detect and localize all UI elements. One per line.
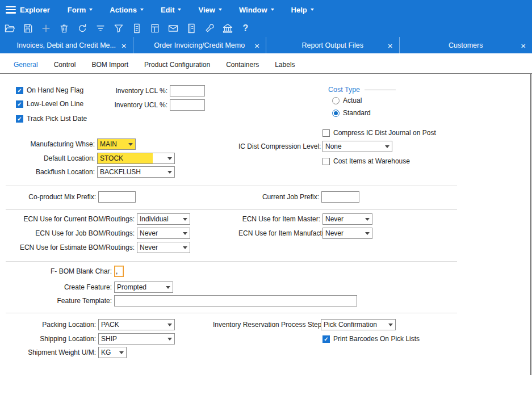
tab-customers[interactable]: Customers (400, 37, 532, 53)
onhand-neg-flag-checkbox[interactable] (16, 87, 23, 94)
packing-location-value: PACK (99, 321, 165, 329)
filter-in-place-icon[interactable] (111, 21, 125, 36)
manufacturing-whse-value: MAIN (98, 140, 126, 148)
print-barcodes-checkbox[interactable] (322, 335, 330, 343)
create-feature-label: Create Feature: (6, 283, 112, 291)
filter-icon[interactable] (93, 21, 107, 36)
ecn-current-bom-dropdown[interactable]: Individual (137, 213, 190, 225)
packing-location-dropdown[interactable]: PACK (98, 319, 175, 330)
subtab-bar: General Control BOM Import Product Confi… (0, 53, 532, 74)
ic-dist-compression-value: None (323, 142, 383, 150)
close-icon[interactable] (521, 41, 526, 49)
ecn-item-master-label: ECN Use for Item Master: (238, 215, 320, 223)
tools-icon[interactable] (202, 21, 216, 36)
manufacturing-whse-label: Manufacturing Whse: (6, 140, 95, 148)
toolbar (0, 19, 532, 37)
explorer-title: Explorer (20, 6, 50, 14)
notebook-icon[interactable] (184, 21, 198, 36)
low-level-on-line-row: Low-Level On Line (16, 98, 83, 110)
save-icon[interactable] (20, 21, 35, 36)
menu-form[interactable]: Form (59, 0, 102, 19)
form-view-icon[interactable] (148, 21, 162, 36)
low-level-on-line-label: Low-Level On Line (27, 100, 83, 108)
dropdown-arrow-icon (363, 214, 372, 224)
feature-template-input[interactable] (114, 295, 357, 306)
inventory-lcl-row: Inventory LCL %: (102, 85, 205, 96)
close-icon[interactable] (254, 41, 259, 49)
cost-type-actual-label: Actual (343, 96, 362, 104)
shipment-weight-um-dropdown[interactable]: KG (98, 347, 127, 358)
current-job-prefix-label: Current Job Prefix: (255, 193, 319, 201)
manufacturing-whse-row: Manufacturing Whse: MAIN (6, 138, 136, 150)
cost-type-standard-row: Standard (332, 107, 371, 119)
inventory-ucl-input[interactable] (170, 99, 205, 111)
backflush-location-dropdown[interactable]: BACKFLUSH (97, 166, 175, 178)
tab-label: Order Invoicing/Credit Memo (154, 41, 245, 49)
subtab-control[interactable]: Control (46, 56, 84, 73)
pane-splitter[interactable] (530, 74, 531, 375)
close-icon[interactable] (388, 41, 393, 49)
compress-ic-dist-label: Compress IC Dist Journal on Post (333, 129, 436, 137)
ecn-estimate-bom-dropdown[interactable]: Never (137, 242, 190, 253)
ecn-job-bom-dropdown[interactable]: Never (137, 228, 190, 239)
menu-help[interactable]: Help (283, 0, 322, 19)
create-feature-value: Prompted (115, 283, 164, 291)
delete-icon[interactable] (57, 21, 71, 36)
ecn-item-manufacturer-row: ECN Use for Item Manufacturer: Never (238, 228, 372, 239)
menu-help-label: Help (291, 6, 307, 14)
menu-bar: Explorer Form Actions Edit View Window H… (0, 0, 532, 19)
cost-type-standard-radio[interactable] (332, 110, 340, 117)
create-feature-dropdown[interactable]: Prompted (114, 282, 173, 293)
help-icon[interactable] (238, 21, 253, 36)
inventory-lcl-input[interactable] (170, 85, 205, 96)
tab-invoices-debit-credit[interactable]: Invoices, Debit and Credit Me... (0, 37, 133, 53)
default-location-dropdown[interactable]: STOCK (97, 153, 175, 164)
packing-location-row: Packing Location: PACK (6, 319, 175, 330)
cost-items-warehouse-checkbox[interactable] (322, 158, 330, 165)
subtab-containers[interactable]: Containers (218, 56, 267, 73)
dropdown-arrow-icon (165, 153, 174, 163)
fbom-blank-char-input[interactable] (114, 266, 124, 277)
hamburger-menu-icon[interactable] (6, 6, 16, 14)
low-level-on-line-checkbox[interactable] (16, 100, 23, 108)
print-barcodes-label: Print Barcodes On Pick Lists (333, 335, 420, 343)
menu-actions[interactable]: Actions (101, 0, 152, 19)
compress-ic-dist-checkbox[interactable] (322, 129, 330, 137)
chevron-down-icon (219, 9, 222, 11)
shipping-location-dropdown[interactable]: SHIP (98, 333, 175, 345)
current-job-prefix-input[interactable] (321, 191, 359, 203)
coproduct-mix-prefix-input[interactable] (98, 191, 136, 203)
manufacturing-whse-dropdown[interactable]: MAIN (97, 138, 136, 150)
subtab-product-configuration[interactable]: Product Configuration (136, 56, 218, 73)
menu-view[interactable]: View (190, 0, 230, 19)
tab-order-invoicing[interactable]: Order Invoicing/Credit Memo (133, 37, 267, 53)
cost-type-actual-radio[interactable] (332, 97, 340, 104)
refresh-icon[interactable] (75, 21, 89, 36)
backflush-location-row: Backflush Location: BACKFLUSH (6, 166, 175, 178)
shipment-weight-um-value: KG (99, 348, 117, 356)
ecn-item-master-row: ECN Use for Item Master: Never (238, 213, 372, 225)
subtab-labels[interactable]: Labels (267, 56, 303, 73)
subtab-general[interactable]: General (6, 56, 46, 73)
dropdown-arrow-icon (383, 141, 392, 152)
ic-dist-compression-dropdown[interactable]: None (322, 141, 392, 152)
menu-window[interactable]: Window (231, 0, 283, 19)
tab-report-output-files[interactable]: Report Output Files (266, 37, 400, 53)
inventory-reservation-step-dropdown[interactable]: Pick Confirmation (321, 319, 396, 330)
bank-icon[interactable] (220, 21, 234, 36)
notes-icon[interactable] (129, 21, 144, 36)
dropdown-arrow-icon (165, 167, 174, 177)
packing-location-label: Packing Location: (6, 321, 96, 329)
subtab-bom-import[interactable]: BOM Import (83, 56, 136, 73)
shipping-location-row: Shipping Location: SHIP (6, 333, 175, 345)
ecn-item-master-dropdown[interactable]: Never (322, 213, 372, 225)
inventory-reservation-step-label: Inventory Reservation Process Step: (213, 321, 319, 329)
track-pick-list-date-checkbox[interactable] (16, 115, 23, 123)
mail-icon[interactable] (166, 21, 180, 36)
close-icon[interactable] (122, 41, 127, 49)
ecn-item-manufacturer-dropdown[interactable]: Never (322, 228, 372, 239)
new-icon[interactable] (39, 21, 53, 36)
menu-edit[interactable]: Edit (152, 0, 190, 19)
open-icon[interactable] (2, 21, 16, 36)
track-pick-list-date-row: Track Pick List Date (16, 113, 87, 124)
